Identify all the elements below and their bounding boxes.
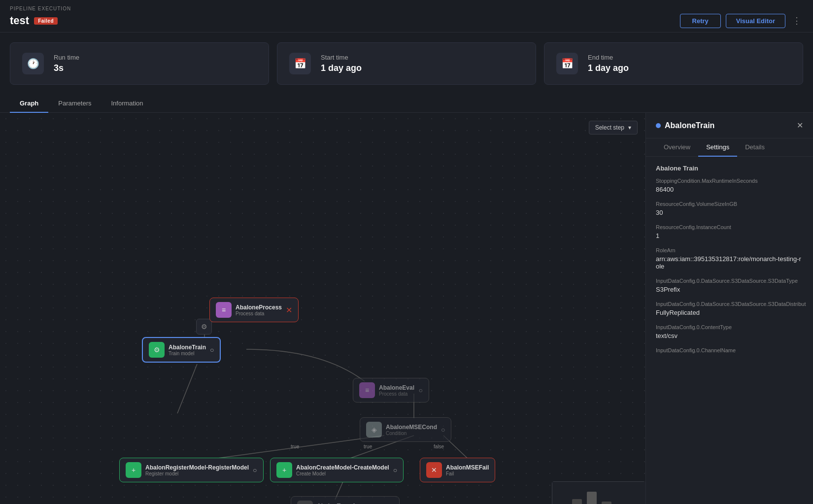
mini-chart-svg [552,482,645,504]
abalone-train-icon: ⚙ [149,342,165,358]
runtime-label: Run time [54,54,79,61]
abalone-create-icon: + [276,462,292,478]
field-channel-name-label: InputDataConfig.0.ChannelName [656,347,803,353]
abalone-create-title: AbalonCreateModel-CreateModel [296,464,389,471]
abalone-register-subtitle: Register model [145,471,249,476]
pipeline-label: PIPELINE EXECUTION [10,6,803,11]
settings-panel: AbaloneTrain ✕ Overview Settings Details… [645,113,813,504]
field-s3-data-type-label: InputDataConfig.0.DataSource.S3DataSourc… [656,278,803,284]
abalone-process-icon: ≡ [216,302,232,318]
abalone-create-subtitle: Create Model [296,471,389,476]
title-area: test Failed [10,14,58,27]
tabs-bar: Graph Parameters Information [0,95,813,113]
abalone-transform-icon: ★ [297,501,313,504]
more-options-icon[interactable]: ⋮ [790,13,803,28]
field-content-type: InputDataConfig.0.ContentType text/csv [656,324,803,339]
abalone-train-status: ○ [210,346,214,354]
svg-rect-3 [587,492,597,504]
panel-title-text: AbaloneTrain [665,121,714,130]
field-instance-count: ResourceConfig.InstanceCount 1 [656,224,803,239]
panel-tab-overview[interactable]: Overview [656,138,698,157]
abalone-process-title: AbaloneProcess [236,304,282,311]
node-abalone-process[interactable]: ≡ AbaloneProcess Process data ✕ [209,298,299,322]
abalone-msefail-title: AbalonMSEFail [446,464,489,471]
panel-tab-details[interactable]: Details [737,138,773,157]
abalone-register-status: ○ [253,466,257,474]
panel-title: AbaloneTrain [656,121,714,130]
node-abalone-register[interactable]: + AbalonRegisterModel-RegisterModel Regi… [119,458,264,482]
abalone-eval-status: ○ [419,386,423,394]
endtime-label: End time [588,54,629,61]
true-label-1: true [291,444,299,449]
node-abalone-msefail[interactable]: ✕ AbalonMSEFail Fail [420,458,495,482]
panel-tabs: Overview Settings Details [646,138,813,157]
select-step-dropdown[interactable]: Select step ▾ [589,121,638,134]
panel-section-title: Abalone Train [656,165,803,172]
runtime-icon: 🕐 [22,53,44,74]
tab-graph[interactable]: Graph [10,95,48,113]
node-abalone-train[interactable]: ⚙ AbaloneTrain Train model ○ [142,337,221,363]
stat-card-starttime: 📅 Start time 1 day ago [277,42,536,85]
chevron-down-icon: ▾ [628,124,631,131]
panel-dot [656,123,661,128]
status-badge: Failed [34,17,58,25]
node-abalone-msecond[interactable]: ◈ AbaloneMSECond Condition ○ [360,417,451,442]
stat-card-endtime: 📅 End time 1 day ago [544,42,803,85]
field-volume-size: ResourceConfig.VolumeSizeInGB 30 [656,201,803,216]
abalone-transform-title: AbalonTransform [317,503,385,504]
field-s3-distribut-label: InputDataConfig.0.DataSource.S3DataSourc… [656,301,803,307]
true-label-2: true [364,444,372,449]
field-role-arn-label: RoleArn [656,247,803,253]
abalone-msecond-status: ○ [441,426,445,434]
tab-parameters[interactable]: Parameters [48,95,101,113]
graph-canvas[interactable]: Select step ▾ ⚙ ≡ A [0,113,645,504]
node-abalone-create[interactable]: + AbalonCreateModel-CreateModel Create M… [270,458,404,482]
content-area: Select step ▾ ⚙ ≡ A [0,113,813,504]
abalone-register-title: AbalonRegisterModel-RegisterModel [145,464,249,471]
node-abalone-transform[interactable]: ★ AbalonTransform Deploy model (batch in… [291,496,400,504]
abalone-create-status: ○ [393,466,397,474]
field-volume-size-label: ResourceConfig.VolumeSizeInGB [656,201,803,207]
panel-header: AbaloneTrain ✕ [646,113,813,138]
tab-information[interactable]: Information [102,95,153,113]
panel-body[interactable]: Abalone Train StoppingCondition.MaxRunti… [646,157,813,504]
abalone-process-subtitle: Process data [236,311,282,316]
retry-button[interactable]: Retry [680,14,721,28]
gear-node[interactable]: ⚙ [196,319,212,335]
node-abalone-eval[interactable]: ≡ AbaloneEval Process data ○ [353,378,429,403]
abalone-process-status: ✕ [286,305,292,315]
select-step-label: Select step [595,124,624,131]
field-s3-data-type: InputDataConfig.0.DataSource.S3DataSourc… [656,278,803,293]
field-stopping-condition: StoppingCondition.MaxRuntimeInSeconds 86… [656,178,803,193]
stats-row: 🕐 Run time 3s 📅 Start time 1 day ago 📅 E… [0,33,813,95]
starttime-value: 1 day ago [321,63,362,73]
abalone-msefail-icon: ✕ [426,462,442,478]
field-s3-distribut: InputDataConfig.0.DataSource.S3DataSourc… [656,301,803,316]
false-label: false [434,444,444,449]
field-content-type-value: text/csv [656,332,803,339]
visual-editor-button[interactable]: Visual Editor [726,14,785,28]
stat-card-runtime: 🕐 Run time 3s [10,42,269,85]
panel-tab-settings[interactable]: Settings [698,138,737,157]
abalone-eval-subtitle: Process data [379,391,414,397]
page-title: test [10,14,29,27]
mini-chart [552,481,645,504]
abalone-train-subtitle: Train model [169,351,206,356]
field-instance-count-value: 1 [656,232,803,239]
field-instance-count-label: ResourceConfig.InstanceCount [656,224,803,230]
abalone-msecond-subtitle: Condition [386,431,437,436]
starttime-label: Start time [321,54,362,61]
abalone-register-icon: + [126,462,141,478]
field-stopping-condition-value: 86400 [656,186,803,193]
abalone-msecond-icon: ◈ [366,422,382,437]
field-role-arn: RoleArn arn:aws:iam::395135312817:role/m… [656,247,803,270]
field-role-arn-value: arn:aws:iam::395135312817:role/monarch-t… [656,255,803,270]
abalone-eval-title: AbaloneEval [379,384,414,391]
connections-svg [0,113,645,504]
panel-close-button[interactable]: ✕ [797,121,803,130]
field-volume-size-value: 30 [656,209,803,216]
field-content-type-label: InputDataConfig.0.ContentType [656,324,803,330]
abalone-eval-icon: ≡ [359,382,375,398]
header: PIPELINE EXECUTION test Failed Retry Vis… [0,0,813,33]
field-s3-distribut-value: FullyReplicated [656,309,803,316]
